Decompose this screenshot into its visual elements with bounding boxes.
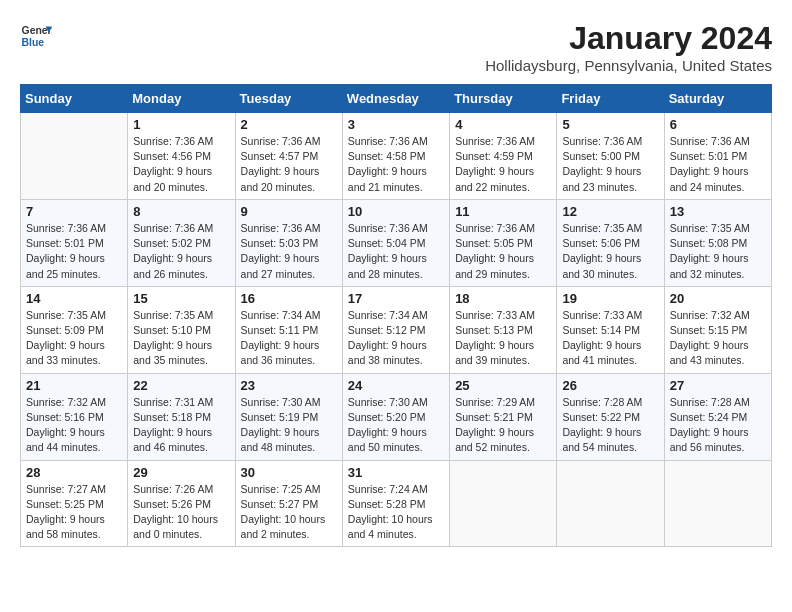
- calendar-cell: 7Sunrise: 7:36 AM Sunset: 5:01 PM Daylig…: [21, 199, 128, 286]
- day-info: Sunrise: 7:36 AM Sunset: 5:01 PM Dayligh…: [26, 221, 122, 282]
- day-number: 30: [241, 465, 337, 480]
- calendar-cell: 21Sunrise: 7:32 AM Sunset: 5:16 PM Dayli…: [21, 373, 128, 460]
- day-number: 11: [455, 204, 551, 219]
- day-number: 27: [670, 378, 766, 393]
- day-info: Sunrise: 7:36 AM Sunset: 4:58 PM Dayligh…: [348, 134, 444, 195]
- day-info: Sunrise: 7:34 AM Sunset: 5:11 PM Dayligh…: [241, 308, 337, 369]
- calendar-cell: 14Sunrise: 7:35 AM Sunset: 5:09 PM Dayli…: [21, 286, 128, 373]
- calendar-cell: 15Sunrise: 7:35 AM Sunset: 5:10 PM Dayli…: [128, 286, 235, 373]
- calendar-cell: [664, 460, 771, 547]
- day-info: Sunrise: 7:36 AM Sunset: 5:05 PM Dayligh…: [455, 221, 551, 282]
- calendar-cell: 18Sunrise: 7:33 AM Sunset: 5:13 PM Dayli…: [450, 286, 557, 373]
- day-number: 4: [455, 117, 551, 132]
- day-info: Sunrise: 7:36 AM Sunset: 5:00 PM Dayligh…: [562, 134, 658, 195]
- calendar-table: SundayMondayTuesdayWednesdayThursdayFrid…: [20, 84, 772, 547]
- day-number: 24: [348, 378, 444, 393]
- day-number: 15: [133, 291, 229, 306]
- day-number: 31: [348, 465, 444, 480]
- calendar-cell: 8Sunrise: 7:36 AM Sunset: 5:02 PM Daylig…: [128, 199, 235, 286]
- week-row-4: 21Sunrise: 7:32 AM Sunset: 5:16 PM Dayli…: [21, 373, 772, 460]
- day-number: 6: [670, 117, 766, 132]
- day-number: 25: [455, 378, 551, 393]
- weekday-monday: Monday: [128, 85, 235, 113]
- calendar-cell: 9Sunrise: 7:36 AM Sunset: 5:03 PM Daylig…: [235, 199, 342, 286]
- calendar-cell: 28Sunrise: 7:27 AM Sunset: 5:25 PM Dayli…: [21, 460, 128, 547]
- day-info: Sunrise: 7:26 AM Sunset: 5:26 PM Dayligh…: [133, 482, 229, 543]
- day-info: Sunrise: 7:33 AM Sunset: 5:13 PM Dayligh…: [455, 308, 551, 369]
- weekday-sunday: Sunday: [21, 85, 128, 113]
- calendar-cell: 16Sunrise: 7:34 AM Sunset: 5:11 PM Dayli…: [235, 286, 342, 373]
- calendar-cell: 4Sunrise: 7:36 AM Sunset: 4:59 PM Daylig…: [450, 113, 557, 200]
- day-number: 2: [241, 117, 337, 132]
- day-number: 17: [348, 291, 444, 306]
- calendar-cell: 22Sunrise: 7:31 AM Sunset: 5:18 PM Dayli…: [128, 373, 235, 460]
- day-info: Sunrise: 7:33 AM Sunset: 5:14 PM Dayligh…: [562, 308, 658, 369]
- calendar-cell: 26Sunrise: 7:28 AM Sunset: 5:22 PM Dayli…: [557, 373, 664, 460]
- logo: General Blue: [20, 20, 52, 52]
- day-number: 20: [670, 291, 766, 306]
- day-info: Sunrise: 7:30 AM Sunset: 5:20 PM Dayligh…: [348, 395, 444, 456]
- day-info: Sunrise: 7:36 AM Sunset: 5:01 PM Dayligh…: [670, 134, 766, 195]
- day-info: Sunrise: 7:36 AM Sunset: 4:56 PM Dayligh…: [133, 134, 229, 195]
- day-info: Sunrise: 7:25 AM Sunset: 5:27 PM Dayligh…: [241, 482, 337, 543]
- calendar-cell: 30Sunrise: 7:25 AM Sunset: 5:27 PM Dayli…: [235, 460, 342, 547]
- day-info: Sunrise: 7:36 AM Sunset: 5:04 PM Dayligh…: [348, 221, 444, 282]
- calendar-cell: 29Sunrise: 7:26 AM Sunset: 5:26 PM Dayli…: [128, 460, 235, 547]
- calendar-cell: 25Sunrise: 7:29 AM Sunset: 5:21 PM Dayli…: [450, 373, 557, 460]
- page-header: General Blue January 2024 Hollidaysburg,…: [20, 20, 772, 74]
- week-row-2: 7Sunrise: 7:36 AM Sunset: 5:01 PM Daylig…: [21, 199, 772, 286]
- calendar-cell: 13Sunrise: 7:35 AM Sunset: 5:08 PM Dayli…: [664, 199, 771, 286]
- day-number: 29: [133, 465, 229, 480]
- day-info: Sunrise: 7:35 AM Sunset: 5:08 PM Dayligh…: [670, 221, 766, 282]
- day-info: Sunrise: 7:35 AM Sunset: 5:06 PM Dayligh…: [562, 221, 658, 282]
- calendar-cell: 20Sunrise: 7:32 AM Sunset: 5:15 PM Dayli…: [664, 286, 771, 373]
- week-row-5: 28Sunrise: 7:27 AM Sunset: 5:25 PM Dayli…: [21, 460, 772, 547]
- day-number: 19: [562, 291, 658, 306]
- calendar-cell: 17Sunrise: 7:34 AM Sunset: 5:12 PM Dayli…: [342, 286, 449, 373]
- day-number: 28: [26, 465, 122, 480]
- calendar-cell: [557, 460, 664, 547]
- day-number: 9: [241, 204, 337, 219]
- calendar-cell: 2Sunrise: 7:36 AM Sunset: 4:57 PM Daylig…: [235, 113, 342, 200]
- title-block: January 2024 Hollidaysburg, Pennsylvania…: [485, 20, 772, 74]
- day-info: Sunrise: 7:27 AM Sunset: 5:25 PM Dayligh…: [26, 482, 122, 543]
- day-info: Sunrise: 7:35 AM Sunset: 5:10 PM Dayligh…: [133, 308, 229, 369]
- calendar-cell: 11Sunrise: 7:36 AM Sunset: 5:05 PM Dayli…: [450, 199, 557, 286]
- day-info: Sunrise: 7:36 AM Sunset: 5:03 PM Dayligh…: [241, 221, 337, 282]
- day-info: Sunrise: 7:28 AM Sunset: 5:24 PM Dayligh…: [670, 395, 766, 456]
- weekday-saturday: Saturday: [664, 85, 771, 113]
- day-info: Sunrise: 7:31 AM Sunset: 5:18 PM Dayligh…: [133, 395, 229, 456]
- day-info: Sunrise: 7:24 AM Sunset: 5:28 PM Dayligh…: [348, 482, 444, 543]
- day-info: Sunrise: 7:36 AM Sunset: 5:02 PM Dayligh…: [133, 221, 229, 282]
- calendar-cell: 5Sunrise: 7:36 AM Sunset: 5:00 PM Daylig…: [557, 113, 664, 200]
- day-number: 7: [26, 204, 122, 219]
- svg-text:Blue: Blue: [22, 37, 45, 48]
- weekday-friday: Friday: [557, 85, 664, 113]
- day-info: Sunrise: 7:32 AM Sunset: 5:15 PM Dayligh…: [670, 308, 766, 369]
- day-number: 3: [348, 117, 444, 132]
- day-info: Sunrise: 7:36 AM Sunset: 4:59 PM Dayligh…: [455, 134, 551, 195]
- day-info: Sunrise: 7:28 AM Sunset: 5:22 PM Dayligh…: [562, 395, 658, 456]
- weekday-header-row: SundayMondayTuesdayWednesdayThursdayFrid…: [21, 85, 772, 113]
- day-number: 1: [133, 117, 229, 132]
- day-number: 12: [562, 204, 658, 219]
- day-number: 22: [133, 378, 229, 393]
- day-number: 5: [562, 117, 658, 132]
- day-number: 23: [241, 378, 337, 393]
- calendar-cell: 27Sunrise: 7:28 AM Sunset: 5:24 PM Dayli…: [664, 373, 771, 460]
- day-number: 21: [26, 378, 122, 393]
- weekday-thursday: Thursday: [450, 85, 557, 113]
- day-number: 16: [241, 291, 337, 306]
- calendar-body: 1Sunrise: 7:36 AM Sunset: 4:56 PM Daylig…: [21, 113, 772, 547]
- day-info: Sunrise: 7:32 AM Sunset: 5:16 PM Dayligh…: [26, 395, 122, 456]
- day-info: Sunrise: 7:36 AM Sunset: 4:57 PM Dayligh…: [241, 134, 337, 195]
- month-title: January 2024: [485, 20, 772, 57]
- day-number: 10: [348, 204, 444, 219]
- calendar-cell: 6Sunrise: 7:36 AM Sunset: 5:01 PM Daylig…: [664, 113, 771, 200]
- calendar-cell: 24Sunrise: 7:30 AM Sunset: 5:20 PM Dayli…: [342, 373, 449, 460]
- calendar-cell: 19Sunrise: 7:33 AM Sunset: 5:14 PM Dayli…: [557, 286, 664, 373]
- logo-icon: General Blue: [20, 20, 52, 52]
- day-info: Sunrise: 7:35 AM Sunset: 5:09 PM Dayligh…: [26, 308, 122, 369]
- day-info: Sunrise: 7:30 AM Sunset: 5:19 PM Dayligh…: [241, 395, 337, 456]
- day-number: 13: [670, 204, 766, 219]
